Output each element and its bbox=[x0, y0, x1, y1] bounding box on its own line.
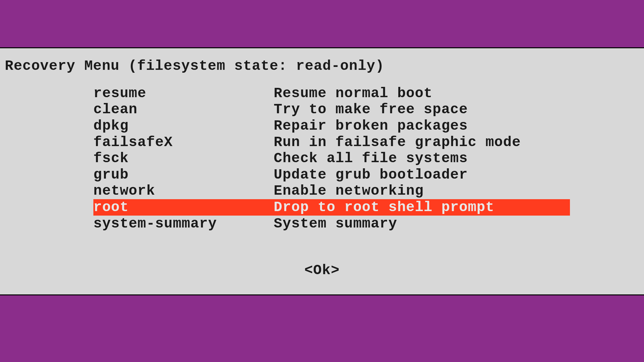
menu-desc: System summary bbox=[274, 216, 644, 232]
menu-key: resume bbox=[93, 85, 274, 102]
menu-key: root bbox=[93, 199, 274, 216]
menu-desc: Repair broken packages bbox=[274, 118, 644, 134]
menu-desc: Update grub bootloader bbox=[274, 167, 644, 183]
menu-key: system-summary bbox=[93, 216, 274, 232]
menu-key: network bbox=[93, 183, 274, 199]
menu-item-network[interactable]: network Enable networking bbox=[93, 183, 644, 199]
menu-item-system-summary[interactable]: system-summary System summary bbox=[93, 216, 644, 232]
menu-key: dpkg bbox=[93, 118, 274, 134]
menu-item-root[interactable]: root Drop to root shell prompt bbox=[93, 199, 570, 216]
menu-item-fsck[interactable]: fsck Check all file systems bbox=[93, 150, 644, 167]
menu-key: grub bbox=[93, 167, 274, 183]
menu-desc: Run in failsafe graphic mode bbox=[274, 134, 644, 151]
menu-key: clean bbox=[93, 101, 274, 118]
menu-list: resume Resume normal boot clean Try to m… bbox=[0, 85, 644, 232]
menu-key: failsafeX bbox=[93, 134, 274, 151]
dialog-title: Recovery Menu (filesystem state: read-on… bbox=[0, 58, 644, 74]
menu-item-grub[interactable]: grub Update grub bootloader bbox=[93, 167, 644, 183]
menu-item-clean[interactable]: clean Try to make free space bbox=[93, 101, 644, 118]
menu-desc: Resume normal boot bbox=[274, 85, 644, 102]
menu-key: fsck bbox=[93, 150, 274, 167]
recovery-menu-dialog: Recovery Menu (filesystem state: read-on… bbox=[0, 47, 644, 295]
menu-desc: Check all file systems bbox=[274, 150, 644, 167]
menu-item-resume[interactable]: resume Resume normal boot bbox=[93, 85, 644, 102]
menu-item-failsafex[interactable]: failsafeX Run in failsafe graphic mode bbox=[93, 134, 644, 151]
ok-button[interactable]: <Ok> bbox=[0, 262, 644, 278]
menu-desc: Enable networking bbox=[274, 183, 644, 199]
menu-item-dpkg[interactable]: dpkg Repair broken packages bbox=[93, 118, 644, 134]
menu-desc: Try to make free space bbox=[274, 101, 644, 118]
menu-desc: Drop to root shell prompt bbox=[274, 199, 570, 216]
